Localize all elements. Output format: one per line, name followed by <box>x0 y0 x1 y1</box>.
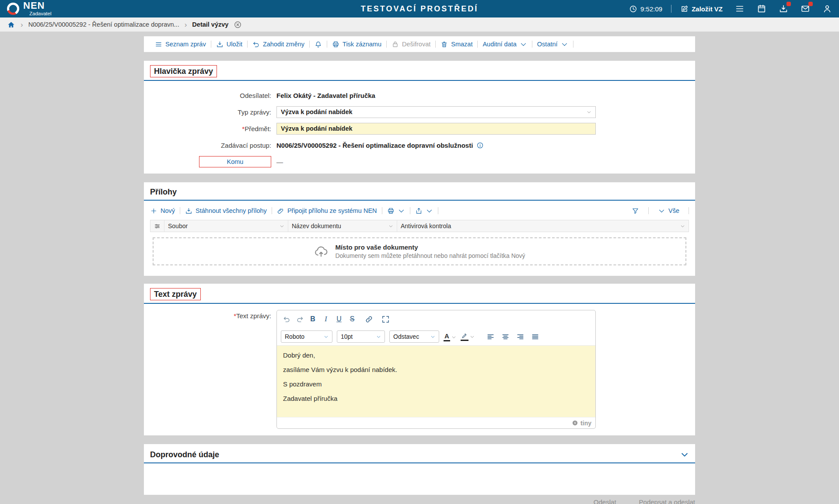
download-all-attachments-button[interactable]: Stáhnout všechny přílohy <box>180 207 272 215</box>
downloads-button[interactable] <box>779 4 788 14</box>
brand-text: NEN Zadavatel <box>23 1 52 17</box>
clock-time: 9:52:09 <box>640 5 662 13</box>
column-label: Soubor <box>168 222 188 229</box>
nen-brand[interactable]: NEN Zadavatel <box>7 1 52 17</box>
breadcrumb-procedure[interactable]: N006/25/V00005292 - Řešení optimalizace … <box>28 21 179 28</box>
section-title-text-zpravy: Text zprávy <box>154 289 197 299</box>
messages-button[interactable] <box>801 4 810 14</box>
print-attachments-button[interactable] <box>382 207 410 215</box>
filter-chevron-icon[interactable] <box>388 224 393 229</box>
message-header-form: Odesílatel: Felix Okátý - Zadavatel přír… <box>150 87 689 174</box>
section-rule <box>144 200 695 201</box>
column-header-antivirova-kontrola[interactable]: Antivirová kontrola <box>397 220 689 232</box>
app-root: NEN Zadavatel TESTOVACÍ PROSTŘEDÍ 9:52:0… <box>0 0 839 504</box>
close-tab-button[interactable] <box>234 21 242 29</box>
text-color-glyph: A <box>444 332 450 341</box>
calendar-button[interactable] <box>757 4 766 14</box>
recipient-label: Komu <box>227 158 244 165</box>
profile-button[interactable] <box>822 4 832 14</box>
validation-highlight: Hlavička zprávy <box>150 65 217 77</box>
breadcrumb-separator: › <box>21 21 23 28</box>
collapse-section-button[interactable] <box>680 450 689 459</box>
view-all-dropdown[interactable]: Vše <box>653 207 684 215</box>
send-button[interactable]: Odeslat <box>594 498 616 504</box>
print-record-button[interactable]: Tisk záznamu <box>327 41 386 48</box>
decrypt-button[interactable]: Dešifrovat <box>387 41 435 48</box>
bold-button[interactable]: B <box>307 313 318 325</box>
column-header-soubor[interactable]: Soubor <box>164 220 288 232</box>
align-center-button[interactable] <box>500 331 511 342</box>
attachments-dropzone[interactable]: Místo pro vaše dokumenty Dokumenty sem m… <box>153 237 686 265</box>
redo-button[interactable] <box>294 313 305 325</box>
lock-icon <box>392 41 399 48</box>
sender-label: Odesílatel: <box>150 92 271 99</box>
breadcrumb: › N006/25/V00005292 - Řešení optimalizac… <box>0 17 839 32</box>
link-button[interactable] <box>363 313 374 325</box>
menu-button[interactable] <box>735 4 745 14</box>
printer-icon <box>387 207 395 215</box>
text-color-button[interactable]: A <box>444 332 456 341</box>
italic-glyph: I <box>320 315 332 323</box>
funnel-icon <box>632 207 639 215</box>
info-icon[interactable] <box>476 142 484 149</box>
new-attachment-button[interactable]: Nový <box>150 207 180 215</box>
editor-paragraph: Zadavatel příručka <box>283 395 589 402</box>
editor-content[interactable]: Dobrý den, zasíláme Vám výzvu k podání n… <box>277 345 595 417</box>
messages-badge <box>808 2 813 6</box>
filter-chevron-icon[interactable] <box>680 224 685 229</box>
subject-label: *Předmět: <box>150 125 271 132</box>
message-type-select[interactable]: Výzva k podání nabídek <box>276 106 596 118</box>
delete-button[interactable]: Smazat <box>436 41 477 48</box>
filter-chevron-icon[interactable] <box>280 224 284 229</box>
paragraph-format-select[interactable]: Odstavec <box>389 330 439 343</box>
brand-name: NEN <box>23 1 52 10</box>
font-family-select[interactable]: Roboto <box>281 330 332 343</box>
tiny-brand-label: tiny <box>580 420 591 427</box>
fullscreen-button[interactable] <box>380 313 391 325</box>
toolbar-separator <box>573 41 573 48</box>
font-size-select[interactable]: 10pt <box>337 330 385 343</box>
home-button[interactable] <box>7 21 15 29</box>
discard-changes-button[interactable]: Zahodit změny <box>248 41 309 48</box>
other-actions-label: Ostatní <box>537 41 558 48</box>
align-left-button[interactable] <box>485 331 496 342</box>
filter-button[interactable] <box>627 207 644 215</box>
chevron-down-icon <box>324 334 329 339</box>
column-settings-button[interactable] <box>150 220 164 232</box>
chevron-down-icon <box>587 110 591 115</box>
editor-paragraph: S pozdravem <box>283 380 589 388</box>
align-right-button[interactable] <box>515 331 526 342</box>
message-list-button[interactable]: Seznam zpráv <box>150 41 211 48</box>
toolbar-separator <box>438 207 438 214</box>
chevron-down-icon <box>430 334 435 339</box>
paperclip-icon <box>277 207 284 215</box>
attach-from-nen-button[interactable]: Připojit přílohu ze systému NEN <box>272 207 382 215</box>
export-attachments-button[interactable] <box>410 207 438 215</box>
sign-and-send-button[interactable]: Podepsat a odeslat <box>639 498 695 504</box>
font-size-value: 10pt <box>341 333 353 340</box>
underline-button[interactable]: U <box>333 313 345 325</box>
recipient-picker-button[interactable]: Komu <box>199 156 271 167</box>
subject-input[interactable] <box>276 123 596 135</box>
nen-logo-icon <box>7 3 19 15</box>
recipient-label-cell: Komu <box>150 156 271 167</box>
chevron-down-icon <box>426 207 433 215</box>
notifications-button[interactable] <box>310 41 327 48</box>
form-row-message-type: Typ zprávy: Výzva k podání nabídek <box>150 104 689 120</box>
dropzone-title: Místo pro vaše dokumenty <box>335 243 525 251</box>
undo-button[interactable] <box>281 313 292 325</box>
align-justify-button[interactable] <box>530 331 541 342</box>
strikethrough-button[interactable]: S <box>346 313 358 325</box>
column-header-nazev-dokumentu[interactable]: Název dokumentu <box>288 220 397 232</box>
bell-icon <box>315 41 322 48</box>
save-button[interactable]: Uložit <box>211 41 247 48</box>
procedure-value: N006/25/V00005292 - Řešení optimalizace … <box>276 142 473 149</box>
section-message-text: Text zprávy *Text zprávy: B I <box>144 284 695 435</box>
create-vz-button[interactable]: Založit VZ <box>680 5 723 13</box>
italic-button[interactable]: I <box>320 313 332 325</box>
top-bar: NEN Zadavatel TESTOVACÍ PROSTŘEDÍ 9:52:0… <box>0 0 839 17</box>
audit-data-button[interactable]: Auditní data <box>478 41 531 48</box>
other-actions-button[interactable]: Ostatní <box>532 41 573 48</box>
highlight-color-button[interactable] <box>461 332 475 341</box>
save-icon <box>216 41 224 48</box>
